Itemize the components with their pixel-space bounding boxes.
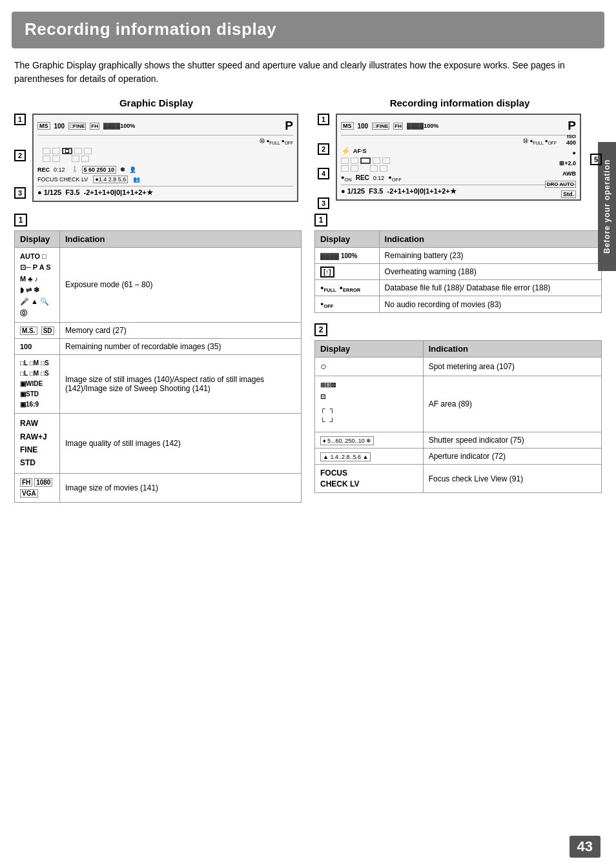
rinfo-num-5: 5 (590, 154, 602, 165)
indication-cell-exposure: Exposure mode (61 – 80) (60, 247, 302, 323)
ms-card-icon: M.S. (20, 327, 37, 335)
graphic-display-screen: MS 100 □FINE FH ▓▓▓▓100% P ⑭ ●FULL ●OFF (32, 114, 298, 202)
rinfo-exposure-text: ● 1/125 F3.5 -2+1+1+0|0|1+1+2+★ (341, 187, 457, 196)
rec-label: REC (37, 167, 50, 173)
indication-aperture-indicator: Aperture indicator (72) (423, 448, 601, 464)
spot-meter-row: ●ON REC 0:12 ●OFF (341, 174, 576, 183)
section2-table: Display Indication ○ Spot metering area … (314, 340, 602, 493)
table-row: RAWRAW+JFINESTD Image quality of still i… (15, 414, 302, 474)
af-box (43, 156, 50, 162)
battery-percent-icon: ▓▓▓▓ 100% (320, 252, 358, 259)
indication-focus-check: Focus check Live View (91) (423, 464, 601, 493)
diagram-num-3-graphic: 3 (14, 187, 26, 199)
table-row: FH 1080 VGA Image size of movies (141) (15, 473, 302, 502)
section1-header: 1 (14, 214, 302, 227)
section1-col-display: Display (15, 230, 60, 247)
awb-label: AWB (545, 170, 576, 177)
section1right-num: 1 (314, 214, 327, 227)
af-box (43, 148, 50, 154)
section1right-col-indication: Indication (379, 230, 601, 247)
section1-num: 1 (14, 214, 27, 227)
af-box (74, 148, 82, 154)
walk-icon: 🚶 (72, 167, 78, 172)
indication-audio: No audio recording of movies (83) (379, 296, 601, 313)
display-cell-memcard: M.S. SD (15, 323, 60, 339)
recording-display-title: Recording information display (318, 97, 602, 108)
page-title: Recording information display (25, 19, 591, 39)
group-icon: 👥 (133, 176, 140, 183)
section1right-col-display: Display (315, 230, 380, 247)
spacer (314, 313, 602, 323)
exposure-text: ● 1/125 F3.5 -2+1+1+0|0|1+1+2+★ (37, 188, 153, 197)
bracket-icon: ┌ ┐└ ┘ (320, 405, 336, 425)
table-row: □L □M □S □L □M □S ▣WIDE ▣STD ▣16:9 Image… (15, 355, 302, 414)
rec-row: REC 0:12 🚶 5 60 250 10 ❄ 👤 (37, 166, 293, 174)
rec-time-rinfo: 0:12 (373, 175, 385, 181)
fhd-icon: 1080 (34, 478, 52, 487)
display-aperture-indicator: ▲ 1.4..2.8..5.6 ▲ (315, 448, 424, 464)
rinfo-right-labels: ISO400 ● ⊞+2.0 AWB DRO AUTO Std. (545, 133, 576, 197)
display-cell-imagesize: □L □M □S □L □M □S ▣WIDE ▣STD ▣16:9 (15, 355, 60, 414)
af-box (52, 156, 60, 162)
indication-cell-memcard: Memory card (27) (60, 323, 302, 339)
spot-off-label: ●OFF (388, 174, 401, 183)
indication-overheat: Overheating warning (188) (379, 263, 601, 279)
display-shutter-indicator: ♦ 5...60..250..10 ❄ (315, 432, 424, 448)
tables-row: 1 Display Indication AUTO □ ⊡─ P A S M ♣… (14, 214, 602, 503)
rinfo-mode-display: P (568, 119, 576, 133)
std-label: Std. (545, 191, 576, 197)
overheat-icon: [↑] (320, 267, 334, 278)
section2-col-display: Display (315, 341, 424, 358)
section1right-table: Display Indication ▓▓▓▓ 100% Remaining b… (314, 230, 602, 314)
display-cell-moviesize: FH 1080 VGA (15, 473, 60, 502)
fh-border-icon: FH (20, 478, 32, 487)
display-spot: ○ (315, 358, 424, 376)
rinfo-af-grid (341, 157, 576, 172)
af-box (84, 148, 92, 154)
page-number: 43 (570, 836, 601, 858)
section1right-header: 1 (314, 214, 602, 227)
ms-icon: MS (37, 122, 50, 130)
exposure-line: ● 1/125 F3.5 -2+1+1+0|0|1+1+2+★ (37, 186, 293, 197)
dot-icon: ● (545, 150, 576, 156)
display-overheat: [↑] (315, 263, 380, 279)
table-row: ○ Spot metering area (107) (315, 358, 602, 376)
battery-icon: ▓▓▓▓100% (103, 123, 135, 129)
page-header: Recording information display (12, 12, 604, 48)
rinfo-fh-icon: FH (393, 123, 403, 130)
table-row: AUTO □ ⊡─ P A S M ♣ ♪ ◗ ⇌ ❄ 🎤 ▲ 🔍 ⓪ Expo… (15, 247, 302, 323)
aperture-indicator-icon: ▲ 1.4..2.8..5.6 ▲ (320, 452, 371, 461)
af-box (52, 148, 60, 154)
section1-table: 1 Display Indication AUTO □ ⊡─ P A S M ♣… (14, 214, 302, 503)
shutter-vals: 5 60 250 10 (82, 166, 117, 174)
sub-icons: ⑭ ●FULL ●OFF (37, 137, 293, 145)
rinfo-ms-icon: MS (341, 122, 354, 130)
indication-afarea: AF area (89) (423, 376, 601, 432)
sd-card-icon: SD (41, 327, 54, 335)
table-row: [↑] Overheating warning (188) (315, 263, 602, 279)
display-cell-remaining: 100 (15, 339, 60, 355)
rinfo-shot-count: 100 (358, 123, 369, 130)
indication-cell-moviesize: Image size of movies (141) (60, 473, 302, 502)
dbfull-icon: ●FULL ●ERROR (320, 285, 360, 291)
afs-label: AF·S (353, 148, 367, 154)
rinfo-exposure-line: ● 1/125 F3.5 -2+1+1+0|0|1+1+2+★ (341, 185, 576, 196)
diagram-num-2-graphic: 2 (14, 150, 26, 161)
diagram-num-1-graphic: 1 (14, 114, 26, 125)
rinfo-num-4: 4 (318, 168, 329, 179)
af-box (72, 156, 79, 162)
rinfo-quality-icon: □FINE (372, 123, 389, 130)
table-row: ⊞⊟⊠ ⊡ ┌ ┐└ ┘ AF area (89) (315, 376, 602, 432)
spot-on-label: ●ON (341, 174, 352, 183)
section1-col-indication: Indication (60, 230, 302, 247)
audio-off-icon: ●OFF (320, 301, 333, 307)
shot-count: 100 (54, 123, 65, 130)
af-box (81, 156, 89, 162)
graphic-display-title: Graphic Display (14, 97, 298, 108)
display-focus-check: FOCUSCHECK LV (315, 464, 424, 493)
graphic-display-block: Graphic Display 1 2 3 MS 100 □FINE FH ▓▓… (14, 97, 298, 202)
table-row: ▲ 1.4..2.8..5.6 ▲ Aperture indicator (72… (315, 448, 602, 464)
table-row: FOCUSCHECK LV Focus check Live View (91) (315, 464, 602, 493)
focus-check-label: FOCUS CHECK LV (37, 176, 88, 183)
section2-header: 2 (314, 323, 602, 336)
